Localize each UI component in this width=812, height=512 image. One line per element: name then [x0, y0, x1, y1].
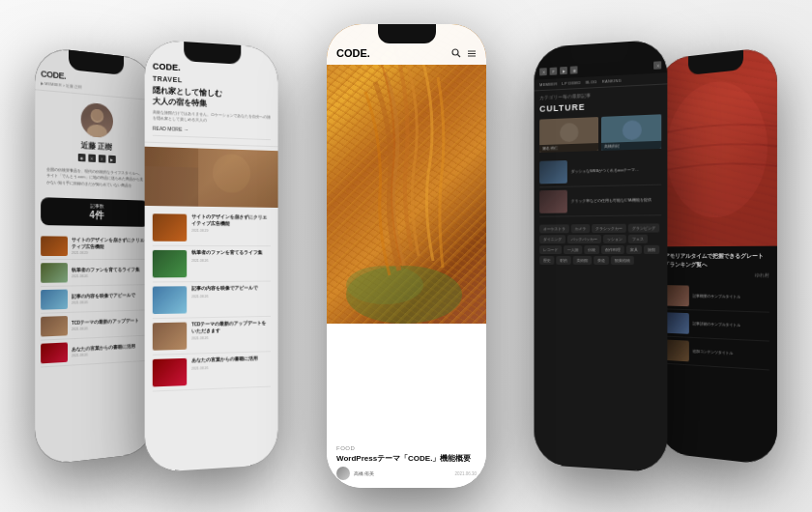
list-item: あなたの言葉からの書籍に活用 2021.08.26 [41, 336, 149, 368]
list-item: 記事の内容を映像でアピールで 2021.08.26 [153, 282, 271, 320]
tag-cloud: オーケストラ カメラ クラシックカー グランピング ダイニング バックパッカー … [534, 219, 667, 269]
twitter-icon[interactable]: ✕ [539, 68, 547, 75]
post-author: 高橋 由紀 [603, 143, 658, 149]
facebook-icon[interactable]: f [98, 155, 105, 162]
twitter-icon[interactable]: ✕ [88, 154, 96, 161]
list-item: 記事概要のサンプルタイトル [664, 282, 769, 313]
svg-rect-3 [145, 167, 203, 208]
tag[interactable]: ダイニング [539, 235, 566, 243]
food-logo: CODE. [336, 47, 370, 59]
nav-lpdemo[interactable]: LP DEMO [562, 80, 580, 86]
food-title: WordPressテーマ「CODE.」機能概要 [336, 453, 477, 464]
post-title: 記事概要のサンプルタイトル [693, 294, 741, 300]
profile-stats: 記事数 4件 [41, 197, 149, 227]
tag[interactable]: クラシックカー [592, 224, 626, 233]
post-date: 2021.06.30 [454, 471, 477, 476]
scene: CODE. ▶ MEMBER > 近藤 正樹 [0, 0, 812, 512]
post-title: 記事詳細のサンプルタイトル [693, 321, 741, 328]
tag[interactable]: 家具 [626, 245, 642, 254]
profile-bio: 全国の伝統栄養品を、現代の伝統的なライフスタイルへ。サイト「でんとう.com」に… [41, 162, 149, 193]
search-icon[interactable] [451, 48, 461, 58]
food-meta: 高橋 侑美 2021.06.30 [336, 467, 477, 480]
instagram-icon[interactable]: ◉ [570, 66, 578, 73]
phone-rightmost: アモリアルタイムで把握できるグレート「ランキング覧へ ゆれ村 記事概要のサンプル… [657, 46, 777, 467]
svg-point-12 [346, 266, 423, 304]
tag[interactable]: 射的 [556, 256, 570, 265]
list-item: クリック率などの任用も可能なCTA機能を提供 [539, 185, 661, 217]
tag[interactable]: 観葉植物 [611, 256, 634, 265]
post-thumbnail [153, 250, 187, 278]
list-item: 執筆者のファンを育てるライフ集 2021.08.26 [41, 260, 149, 287]
tag[interactable]: フェス [628, 235, 648, 243]
menu-icon[interactable] [467, 48, 477, 58]
post-thumbnail [41, 343, 68, 364]
post-title: ダッシュなWEBがつくれるassテーマ... [571, 167, 639, 174]
list-item: サイトのデザインを崩さずにクリエイティブ広告機能 2021.08.29 [153, 211, 271, 247]
author-name: 高橋 侑美 [354, 470, 374, 476]
dark-posts-grid: 瀬名 侑仁 高橋 由紀 [534, 112, 667, 155]
profile-name: 近藤 正樹 [81, 140, 113, 153]
tag[interactable]: レコード [539, 245, 562, 254]
youtube-icon[interactable]: ▶ [560, 67, 567, 74]
post-author: 瀬名 侑仁 [542, 145, 595, 151]
phone-dark: ✕ P ▶ ◉ ✕ MEMBER LP DEMO BLOG RANKING カテ… [534, 39, 667, 472]
post-title: サイトのデザインを崩さずにクリエイティブ広告機能 [191, 214, 271, 227]
travel-post-list: サイトのデザインを崩さずにクリエイティブ広告機能 2021.08.29 執筆者の… [145, 206, 278, 396]
post-date: 2021.08.26 [191, 364, 271, 371]
tag[interactable]: オーケストラ [539, 224, 569, 233]
svg-line-7 [458, 55, 461, 58]
nav-ranking[interactable]: RANKING [602, 78, 622, 84]
youtube-icon[interactable]: ▶ [108, 156, 115, 163]
phone-food-center: CODE. [327, 24, 486, 488]
food-category-label: FOOD [336, 445, 477, 451]
tag[interactable]: 歴史 [539, 256, 554, 265]
list-item: 追加コンテンツタイトル [664, 337, 769, 371]
tag[interactable]: 伝統 [584, 245, 599, 254]
post-thumbnail [41, 290, 68, 310]
tag[interactable]: 茶道 [594, 256, 609, 265]
post-thumbnail [41, 237, 68, 257]
list-item: 執筆者のファンを育てるライフ集 2021.08.26 [153, 246, 271, 283]
author-name: ゆれ村 [664, 272, 769, 278]
travel-hero-image [145, 147, 278, 208]
food-title: アモリアルタイムで把握できるグレート「ランキング覧へ [664, 252, 769, 270]
post-thumbnail [153, 287, 187, 315]
post-title: サイトのデザインを崩さずにクリエイティブ広告機能 [72, 238, 149, 250]
post-thumbnail [153, 214, 187, 242]
post-thumbnail [664, 339, 688, 361]
post-date: 2021.08.26 [72, 273, 149, 278]
tag[interactable]: バックパッカー [567, 235, 601, 243]
post-date: 2021.08.26 [191, 259, 271, 263]
svg-point-1 [86, 124, 106, 138]
avatar [80, 102, 112, 139]
list-item: 記事の内容を映像でアピールで 2021.08.26 [41, 285, 149, 314]
close-icon[interactable]: ✕ [653, 61, 661, 70]
tag[interactable]: 旅館 [644, 245, 659, 254]
post-title: 記事の内容を映像でアピールで [191, 286, 271, 293]
list-item: TCDテーマの最新のアップデートをいただきます 2021.08.26 [153, 317, 271, 356]
tag[interactable]: ッション [603, 235, 626, 243]
nav-member[interactable]: MEMBER [539, 81, 557, 87]
svg-point-6 [452, 49, 458, 55]
tag[interactable]: 創作料理 [601, 245, 624, 254]
post-thumbnail [539, 160, 567, 184]
list-item: サイトのデザインを崩さずにクリエイティブ広告機能 2021.08.29 [41, 233, 149, 260]
post-date: 2021.08.26 [191, 335, 271, 341]
nav-blog[interactable]: BLOG [586, 79, 597, 85]
tag[interactable]: グランピング [628, 223, 659, 232]
post-title: 執筆者のファンを育てるライフ集 [72, 267, 149, 273]
instagram-icon[interactable]: ◉ [77, 154, 85, 161]
tag[interactable]: カメラ [571, 224, 590, 233]
post-date: 2021.08.26 [191, 294, 271, 299]
post-title: クリック率などの任用も可能なCTA機能を提供 [571, 197, 652, 204]
post-thumbnail [664, 285, 688, 306]
more-posts: 記事概要のサンプルタイトル 記事詳細のサンプルタイトル 追加コンテンツタイトル [664, 282, 769, 370]
post-title: TCDテーマの最新のアップデートをいただきます [191, 321, 271, 334]
dark-post-card: 高橋 由紀 [600, 114, 661, 151]
phone-travel: CODE. TRAVEL 隠れ家として愉しむ大人の宿を特集 高級な旅館だけではあ… [145, 39, 278, 472]
tag[interactable]: 一人旅 [564, 245, 582, 254]
post-title: 追加コンテンツタイトル [693, 349, 734, 356]
tag[interactable]: 美術館 [573, 256, 592, 265]
food-hero-image [327, 24, 486, 324]
pinterest-icon[interactable]: P [550, 68, 558, 75]
